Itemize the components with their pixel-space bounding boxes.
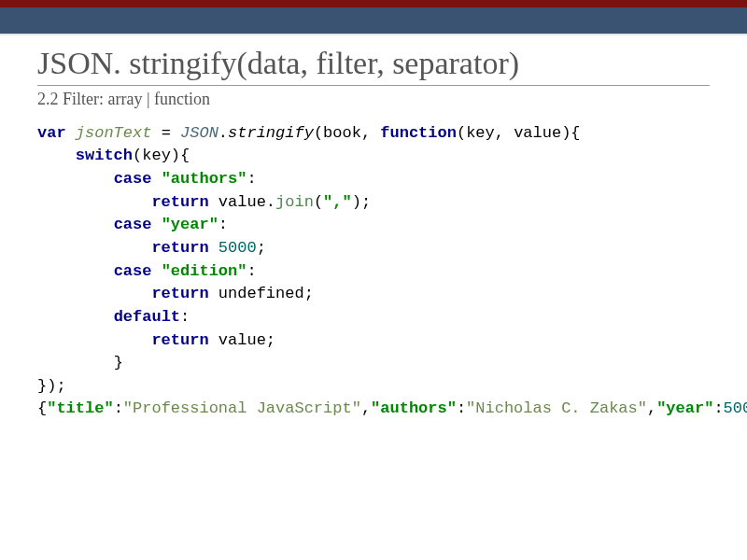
comma: , [361,399,371,417]
colon: : [457,399,466,417]
key-title: "title" [47,399,113,417]
keyword-return: return [151,239,208,257]
dot: . [218,124,228,142]
keyword-case: case [114,216,152,233]
keyword-default: default [114,308,180,326]
slide-subtitle: 2.2 Filter: array | function [37,90,710,109]
paren-close: ); [352,193,371,211]
method-join: join [275,193,314,211]
keyword-switch: switch [76,147,133,164]
rest: undefined; [209,285,314,302]
variable-name: jsonText [66,124,152,142]
indent [37,331,151,349]
colon: : [247,170,256,188]
indent [37,239,151,257]
colon: : [218,216,228,233]
value-year: 5000 [724,399,747,417]
keyword-var: var [37,124,66,142]
brace-close: } [114,354,123,371]
space [151,216,161,233]
top-band [0,7,747,35]
indent [37,285,151,302]
colon: : [114,399,123,417]
method-stringify: stringify [228,124,314,142]
rest: value; [209,331,275,349]
colon: : [713,399,723,417]
semicolon: ; [257,239,266,257]
indent [37,262,114,280]
equals: = [151,124,180,142]
indent [37,216,114,233]
content-area: JSON. stringify(data, filter, separator)… [0,35,747,440]
output-open: { [37,399,47,417]
space [151,170,161,188]
keyword-return: return [151,285,208,302]
switch-rest: (key){ [133,147,190,164]
close-call: }); [37,377,66,395]
code-block: var jsonText = JSON.stringify(book, func… [37,122,710,421]
indent [37,308,114,326]
keyword-function: function [380,124,457,142]
number-5000: 5000 [218,239,257,257]
string-comma: "," [323,193,352,211]
slide: JSON. stringify(data, filter, separator)… [0,0,747,560]
value-authors: "Nicholas C. Zakas" [466,399,647,417]
colon: : [180,308,190,326]
indent [37,147,76,164]
string-edition: "edition" [162,262,247,280]
slide-title: JSON. stringify(data, filter, separator) [37,45,710,83]
key-year: "year" [656,399,713,417]
top-border [0,0,747,7]
type-json: JSON [180,124,218,142]
value-title: "Professional JavaScript" [123,399,361,417]
keyword-case: case [114,170,152,188]
rest: value. [209,193,275,211]
string-year: "year" [162,216,218,233]
colon: : [247,262,256,280]
indent [37,354,114,371]
keyword-case: case [114,262,152,280]
paren-open: ( [314,193,323,211]
keyword-return: return [151,193,208,211]
args-open: (book, [314,124,380,142]
keyword-return: return [151,331,208,349]
indent [37,193,151,211]
comma: , [647,399,656,417]
string-authors: "authors" [162,170,247,188]
space [209,239,218,257]
title-container: JSON. stringify(data, filter, separator) [37,45,710,86]
fn-args: (key, value){ [457,124,581,142]
space [151,262,161,280]
key-authors: "authors" [371,399,457,417]
indent [37,170,114,188]
